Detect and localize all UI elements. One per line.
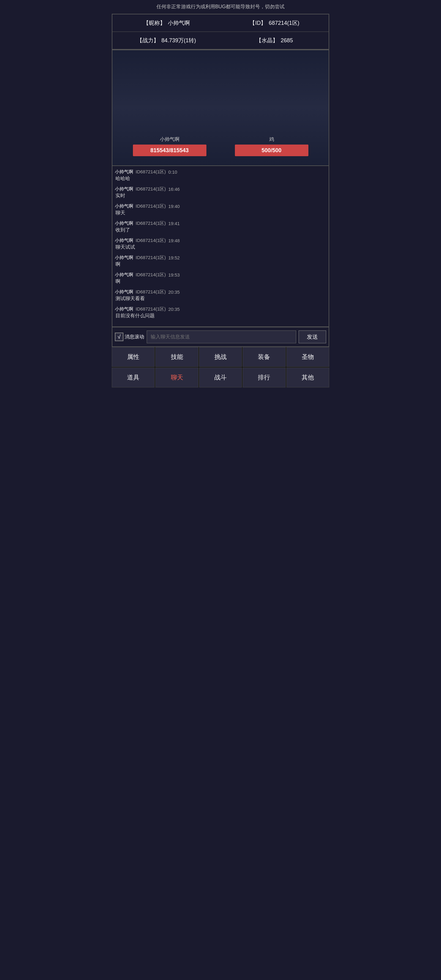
- nav-chat[interactable]: 聊天: [155, 368, 198, 387]
- power-value: 84.739万(1转): [161, 37, 196, 44]
- nav-other[interactable]: 其他: [287, 368, 329, 387]
- chat-time-2: 19:40: [168, 204, 180, 209]
- chat-sender-6: 小帅气啊: [115, 272, 133, 278]
- nav-challenge[interactable]: 挑战: [199, 347, 242, 367]
- power-label: 【战力】: [137, 37, 159, 44]
- player-info-row-1: 【昵称】 小帅气啊 【ID】 687214(1区): [112, 14, 329, 32]
- chat-header-4: 小帅气啊 ID687214(1区) 19:48: [115, 238, 326, 243]
- chat-time-6: 19:53: [168, 272, 180, 277]
- chat-content-1: 实时: [115, 192, 326, 199]
- chat-message-2: 小帅气啊 ID687214(1区) 19:40 聊天: [115, 204, 326, 216]
- chat-time-1: 16:46: [168, 186, 180, 192]
- nav-skill[interactable]: 技能: [155, 347, 198, 367]
- chat-header-8: 小帅气啊 ID687214(1区) 20:35: [115, 306, 326, 312]
- scroll-label: 消息滚动: [125, 334, 144, 340]
- chat-id-0: ID687214(1区): [136, 169, 166, 175]
- chat-time-4: 19:48: [168, 238, 180, 243]
- chat-sender-7: 小帅气啊: [115, 289, 133, 295]
- nav-attribute[interactable]: 属性: [112, 347, 154, 367]
- checkbox-check: √: [118, 334, 121, 340]
- chat-id-3: ID687214(1区): [136, 221, 166, 226]
- send-button[interactable]: 发送: [299, 331, 326, 343]
- chat-header-0: 小帅气啊 ID687214(1区) 0:10: [115, 169, 326, 175]
- notice-text: 任何非正常游戏行为或利用BUG都可能导致封号，切勿尝试: [156, 4, 285, 9]
- crystal-value: 2685: [280, 37, 293, 44]
- chat-time-0: 0:10: [168, 169, 177, 175]
- chat-content-6: 啊: [115, 278, 326, 285]
- chat-sender-5: 小帅气啊: [115, 255, 133, 261]
- nickname-value: 小帅气啊: [168, 19, 190, 27]
- enemy-hp-bar: 500/500: [235, 145, 308, 156]
- chat-sender-3: 小帅气啊: [115, 221, 133, 226]
- chat-header-1: 小帅气啊 ID687214(1区) 16:46: [115, 186, 326, 192]
- chat-id-8: ID687214(1区): [136, 306, 166, 312]
- chat-time-3: 19:41: [168, 221, 180, 226]
- crystal-cell: 【水晶】 2685: [221, 32, 329, 49]
- nav-rank[interactable]: 排行: [242, 368, 285, 387]
- player-info-row-2: 【战力】 84.739万(1转) 【水晶】 2685: [112, 32, 329, 49]
- chat-message-5: 小帅气啊 ID687214(1区) 19:52 啊: [115, 255, 326, 268]
- checkbox-icon[interactable]: √: [115, 332, 123, 341]
- bottom-nav: 属性技能挑战装备圣物道具聊天战斗排行其他: [112, 347, 329, 387]
- chat-header-2: 小帅气啊 ID687214(1区) 19:40: [115, 204, 326, 209]
- enemy-name: 鸡: [269, 136, 274, 143]
- chat-message-7: 小帅气啊 ID687214(1区) 20:35 测试聊天看看: [115, 289, 326, 302]
- player-info-panel: 【昵称】 小帅气啊 【ID】 687214(1区) 【战力】 84.739万(1…: [112, 14, 329, 49]
- battle-area: 小帅气啊 815543/815543 鸡 500/500: [112, 49, 329, 166]
- chat-time-8: 20:35: [168, 307, 180, 312]
- id-value: 687214(1区): [269, 19, 299, 27]
- chat-area: 小帅气啊 ID687214(1区) 0:10 哈哈哈 小帅气啊 ID687214…: [112, 166, 329, 327]
- chat-time-7: 20:35: [168, 290, 180, 294]
- notice-bar: 任何非正常游戏行为或利用BUG都可能导致封号，切勿尝试: [112, 0, 329, 14]
- nav-items[interactable]: 道具: [112, 368, 154, 387]
- chat-message-0: 小帅气啊 ID687214(1区) 0:10 哈哈哈: [115, 169, 326, 182]
- power-cell: 【战力】 84.739万(1转): [112, 32, 221, 49]
- chat-message-6: 小帅气啊 ID687214(1区) 19:53 啊: [115, 272, 326, 285]
- player-character: 小帅气啊 815543/815543: [133, 136, 206, 156]
- chat-header-7: 小帅气啊 ID687214(1区) 20:35: [115, 289, 326, 295]
- nickname-cell: 【昵称】 小帅气啊: [112, 14, 221, 32]
- chat-content-0: 哈哈哈: [115, 175, 326, 182]
- chat-header-5: 小帅气啊 ID687214(1区) 19:52: [115, 255, 326, 261]
- chat-sender-2: 小帅气啊: [115, 204, 133, 209]
- player-hp-bar: 815543/815543: [133, 145, 206, 156]
- player-name: 小帅气啊: [160, 136, 180, 143]
- chat-input[interactable]: [147, 331, 296, 343]
- chat-message-8: 小帅气啊 ID687214(1区) 20:35 目前没有什么问题: [115, 306, 326, 319]
- chat-sender-8: 小帅气啊: [115, 306, 133, 312]
- chat-message-1: 小帅气啊 ID687214(1区) 16:46 实时: [115, 186, 326, 199]
- chat-content-8: 目前没有什么问题: [115, 313, 326, 319]
- id-label: 【ID】: [250, 19, 266, 27]
- chat-id-7: ID687214(1区): [136, 289, 166, 295]
- chat-sender-1: 小帅气啊: [115, 186, 133, 192]
- chat-content-7: 测试聊天看看: [115, 296, 326, 302]
- chat-content-4: 聊天试试: [115, 244, 326, 250]
- chat-message-4: 小帅气啊 ID687214(1区) 19:48 聊天试试: [115, 238, 326, 250]
- player-hp-text: 815543/815543: [150, 147, 189, 154]
- chat-content-5: 啊: [115, 261, 326, 268]
- id-cell: 【ID】 687214(1区): [221, 14, 329, 32]
- chat-content-2: 聊天: [115, 210, 326, 216]
- nickname-label: 【昵称】: [143, 19, 166, 27]
- scroll-toggle[interactable]: √ 消息滚动: [115, 332, 144, 341]
- chat-id-1: ID687214(1区): [136, 186, 166, 192]
- chat-content-3: 收到了: [115, 227, 326, 233]
- chat-id-5: ID687214(1区): [136, 255, 166, 261]
- chat-header-3: 小帅气啊 ID687214(1区) 19:41: [115, 221, 326, 226]
- enemy-hp-text: 500/500: [261, 147, 282, 154]
- nav-relic[interactable]: 圣物: [287, 347, 329, 367]
- chat-time-5: 19:52: [168, 255, 180, 260]
- chat-header-6: 小帅气啊 ID687214(1区) 19:53: [115, 272, 326, 278]
- crystal-label: 【水晶】: [256, 37, 278, 44]
- chat-id-2: ID687214(1区): [136, 204, 166, 209]
- chat-input-row: √ 消息滚动 发送: [112, 327, 329, 347]
- enemy-character: 鸡 500/500: [235, 136, 308, 156]
- nav-battle[interactable]: 战斗: [199, 368, 242, 387]
- battle-characters: 小帅气啊 815543/815543 鸡 500/500: [112, 133, 329, 159]
- nav-equipment[interactable]: 装备: [242, 347, 285, 367]
- chat-id-6: ID687214(1区): [136, 272, 166, 278]
- chat-message-3: 小帅气啊 ID687214(1区) 19:41 收到了: [115, 221, 326, 233]
- chat-sender-4: 小帅气啊: [115, 238, 133, 243]
- chat-id-4: ID687214(1区): [136, 238, 166, 243]
- chat-sender-0: 小帅气啊: [115, 169, 133, 175]
